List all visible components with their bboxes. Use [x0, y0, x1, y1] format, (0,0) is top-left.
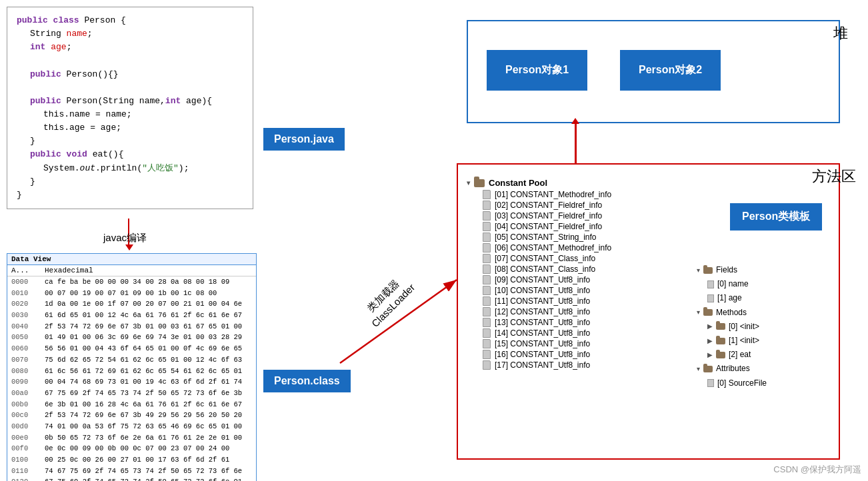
field-age-item: [1] age	[697, 291, 767, 305]
const-pool-item: [08] CONSTANT_Class_info	[467, 264, 693, 274]
const-item-icon	[483, 307, 491, 316]
hex-rows: 0000ca fe ba be 00 00 00 34 00 28 0a 08 …	[7, 276, 256, 481]
hex-row: 00d074 01 00 0a 53 6f 75 72 63 65 46 69 …	[7, 421, 256, 432]
data-view-panel: Data View A... Hexadecimal 0000ca fe ba …	[7, 253, 257, 481]
hex-value: 74 67 75 69 2f 74 65 73 74 2f 50 65 72 7…	[45, 466, 242, 476]
watermark: CSDN @保护我方阿遥	[773, 464, 861, 476]
hex-row: 003061 6d 65 01 00 12 4c 6a 61 76 61 2f …	[7, 310, 256, 321]
hex-addr: 0010	[11, 288, 45, 298]
const-pool-item: [12] CONSTANT_Utf8_info	[467, 306, 693, 317]
method-init1-icon	[716, 338, 725, 344]
hex-row: 008061 6c 56 61 72 69 61 62 6c 65 54 61 …	[7, 366, 256, 377]
hex-value: 6e 3b 01 00 16 28 4c 6a 61 76 61 2f 6c 6…	[45, 400, 242, 410]
attr-sourcefile-icon	[707, 379, 714, 387]
hex-addr: 00a0	[11, 388, 45, 398]
methods-section: ▾ Methods	[697, 306, 767, 320]
const-item-label: [09] CONSTANT_Utf8_info	[495, 275, 590, 284]
const-pool-item: [13] CONSTANT_Utf8_info	[467, 317, 693, 328]
const-item-icon	[483, 254, 491, 263]
hex-row: 007075 6d 62 65 72 54 61 62 6c 65 01 00 …	[7, 354, 256, 366]
hex-addr: 00f0	[11, 444, 45, 454]
const-item-label: [13] CONSTANT_Utf8_info	[495, 318, 590, 327]
method-eat: ▶ [2] eat	[697, 348, 767, 362]
const-item-label: [06] CONSTANT_Methodref_info	[495, 243, 611, 252]
hex-value: ca fe ba be 00 00 00 34 00 28 0a 08 00 1…	[45, 277, 229, 287]
attr-sourcefile-label: [0] SourceFile	[717, 377, 767, 390]
methods-chevron: ▾	[697, 307, 700, 318]
person-obj1: Person对象1	[487, 50, 587, 91]
hex-addr: 0030	[11, 310, 45, 320]
fields-section: ▾ Fields	[697, 263, 767, 277]
const-item-icon	[483, 233, 491, 242]
hex-value: 56 56 01 00 04 43 6f 64 65 01 00 0f 4c 6…	[45, 344, 242, 354]
code-panel: public class Person { String name; int a…	[7, 7, 253, 209]
hex-value: 00 07 00 19 00 07 01 09 00 1b 00 1c 08 0…	[45, 288, 217, 298]
field-age-icon	[707, 294, 714, 302]
const-item-label: [02] CONSTANT_Fieldref_info	[495, 201, 602, 210]
field-name-label: [0] name	[717, 278, 749, 290]
const-item-label: [11] CONSTANT_Utf8_info	[495, 296, 590, 306]
const-pool-item: [11] CONSTANT_Utf8_info	[467, 296, 693, 306]
const-item-label: [15] CONSTANT_Utf8_info	[495, 339, 590, 348]
fields-label: Fields	[716, 264, 737, 276]
const-item-label: [10] CONSTANT_Utf8_info	[495, 286, 590, 295]
hex-row: 00c02f 53 74 72 69 6e 67 3b 49 29 56 29 …	[7, 410, 256, 421]
const-item-label: [17] CONSTANT_Utf8_info	[495, 360, 590, 370]
const-item-icon	[483, 328, 491, 338]
heap-label: 堆	[833, 23, 848, 43]
hex-value: 74 01 00 0a 53 6f 75 72 63 65 46 69 6c 6…	[45, 422, 242, 432]
method-area-label: 方法区	[812, 167, 856, 187]
hex-row: 009000 04 74 68 69 73 01 00 19 4c 63 6f …	[7, 376, 256, 388]
hex-addr: 0110	[11, 466, 45, 476]
attrs-folder-icon	[703, 366, 713, 372]
const-item-label: [16] CONSTANT_Utf8_info	[495, 350, 590, 359]
hex-value: 01 49 01 00 06 3c 69 6e 69 74 3e 01 00 0…	[45, 332, 242, 342]
method-init0-label: [0] <init>	[729, 320, 759, 333]
const-item-label: [08] CONSTANT_Class_info	[495, 264, 595, 274]
const-item-icon	[483, 243, 491, 252]
method-eat-label: [2] eat	[729, 348, 751, 361]
addr-header: A...	[11, 266, 45, 274]
const-item-icon	[483, 211, 491, 221]
hex-value: 61 6d 65 01 00 12 4c 6a 61 76 61 2f 6c 6…	[45, 310, 242, 320]
const-item-label: [01] CONSTANT_Methodref_info	[495, 190, 611, 199]
attr-sourcefile: [0] SourceFile	[697, 376, 767, 390]
const-item-icon	[483, 286, 491, 295]
const-item-icon	[483, 350, 491, 359]
const-pool-item: [15] CONSTANT_Utf8_info	[467, 338, 693, 349]
hex-row: 00201d 0a 00 1e 00 1f 07 00 20 07 00 21 …	[7, 298, 256, 310]
method-init1: ▶ [1] <init>	[697, 334, 767, 348]
const-pool-item: [06] CONSTANT_Methodref_info	[467, 242, 693, 253]
hex-value: 00 04 74 68 69 73 01 00 19 4c 63 6f 6d 2…	[45, 377, 242, 387]
data-view-title: Data View	[7, 254, 256, 265]
constant-pool-tree: ▾ Constant Pool [01] CONSTANT_Methodref_…	[467, 177, 693, 370]
hex-addr: 0120	[11, 477, 45, 481]
hex-addr: 0090	[11, 377, 45, 387]
hex-row: 006056 56 01 00 04 43 6f 64 65 01 00 0f …	[7, 343, 256, 354]
heap-to-method-arrow	[575, 123, 577, 163]
const-item-icon	[483, 360, 491, 370]
right-tree: ▾ Fields [0] name [1] age ▾ Methods ▶ [0…	[697, 263, 767, 390]
hex-value: 61 6c 56 61 72 69 61 62 6c 65 54 61 62 6…	[45, 366, 242, 376]
const-pool-item: [17] CONSTANT_Utf8_info	[467, 360, 693, 370]
person-java-label: Person.java	[263, 128, 345, 151]
javac-label: javac编译	[103, 232, 147, 244]
hex-addr: 0000	[11, 277, 45, 287]
person-template-label: Person类模板	[730, 203, 822, 231]
const-pool-item: [09] CONSTANT_Utf8_info	[467, 274, 693, 285]
folder-icon	[474, 179, 485, 187]
hex-row: 00402f 53 74 72 69 6e 67 3b 01 00 03 61 …	[7, 321, 256, 332]
const-item-icon	[483, 296, 491, 306]
hex-value: 2f 53 74 72 69 6e 67 3b 49 29 56 29 56 2…	[45, 410, 242, 420]
const-item-label: [05] CONSTANT_String_info	[495, 233, 597, 242]
hex-addr: 00e0	[11, 433, 45, 443]
const-item-icon	[483, 339, 491, 348]
const-item-icon	[483, 318, 491, 327]
const-pool-item: [02] CONSTANT_Fieldref_info	[467, 200, 693, 211]
const-item-label: [07] CONSTANT_Class_info	[495, 254, 595, 263]
fields-chevron: ▾	[697, 265, 700, 276]
hex-value: 67 75 69 2f 74 65 73 74 2f 50 65 72 73 6…	[45, 388, 242, 398]
method-init1-label: [1] <init>	[729, 334, 759, 347]
hex-addr: 0050	[11, 332, 45, 342]
hex-addr: 0080	[11, 366, 45, 376]
